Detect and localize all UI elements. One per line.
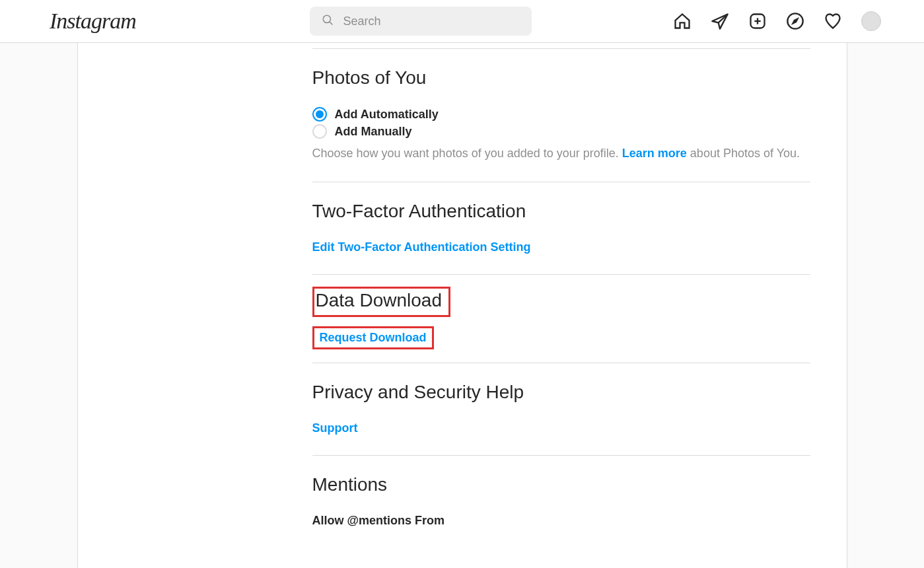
- photos-of-you-title: Photos of You: [312, 67, 810, 89]
- instagram-logo[interactable]: Instagram: [50, 9, 136, 34]
- radio-label: Add Manually: [335, 125, 412, 139]
- radio-icon: [312, 124, 327, 139]
- radio-label: Add Automatically: [335, 108, 439, 122]
- settings-content: Photos of You Add Automatically Add Manu…: [276, 43, 847, 568]
- search-box[interactable]: [310, 7, 532, 36]
- radio-add-automatically[interactable]: Add Automatically: [312, 107, 810, 122]
- radio-icon: [312, 107, 327, 122]
- svg-point-0: [324, 15, 331, 22]
- top-nav-header: Instagram: [0, 0, 924, 43]
- data-download-section: Data Download Request Download: [312, 275, 810, 349]
- mentions-title: Mentions: [312, 474, 810, 495]
- new-post-icon[interactable]: [748, 12, 767, 30]
- edit-two-factor-link[interactable]: Edit Two-Factor Authentication Setting: [312, 240, 531, 254]
- search-icon: [322, 14, 343, 28]
- privacy-help-title: Privacy and Security Help: [312, 382, 810, 403]
- messages-icon[interactable]: [711, 12, 729, 30]
- home-icon[interactable]: [673, 12, 692, 30]
- settings-sidebar: [78, 43, 276, 568]
- mentions-subtitle: Allow @mentions From: [312, 514, 810, 528]
- support-link[interactable]: Support: [312, 421, 358, 435]
- photos-of-you-section: Photos of You Add Automatically Add Manu…: [312, 49, 810, 162]
- page-body: Photos of You Add Automatically Add Manu…: [0, 0, 924, 568]
- request-download-link[interactable]: Request Download: [320, 331, 427, 345]
- radio-add-manually[interactable]: Add Manually: [312, 124, 810, 139]
- photos-help-text: Choose how you want photos of you added …: [312, 145, 810, 162]
- search-input[interactable]: [343, 15, 520, 28]
- data-download-title: Data Download: [316, 290, 442, 311]
- nav-icons: [673, 11, 881, 31]
- avatar[interactable]: [861, 11, 881, 31]
- activity-icon[interactable]: [824, 12, 842, 30]
- two-factor-title: Two-Factor Authentication: [312, 201, 810, 222]
- privacy-help-section: Privacy and Security Help Support: [312, 363, 810, 435]
- settings-container: Photos of You Add Automatically Add Manu…: [77, 43, 847, 568]
- svg-line-1: [330, 22, 333, 24]
- learn-more-link[interactable]: Learn more: [622, 147, 687, 160]
- svg-marker-6: [793, 19, 797, 24]
- explore-icon[interactable]: [786, 12, 804, 30]
- two-factor-section: Two-Factor Authentication Edit Two-Facto…: [312, 182, 810, 254]
- request-download-highlight: Request Download: [312, 326, 434, 349]
- mentions-section: Mentions Allow @mentions From: [312, 456, 810, 528]
- data-download-title-highlight: Data Download: [312, 287, 450, 317]
